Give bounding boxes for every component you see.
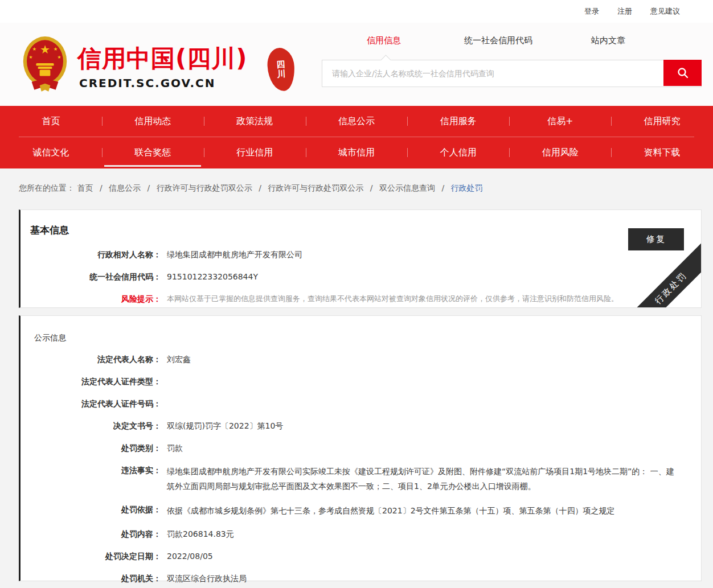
feedback-link[interactable]: 意见建议 — [650, 6, 680, 17]
breadcrumb-separator: / — [370, 183, 373, 192]
field-row-penalty-basis: 处罚依据： 依据《成都市城乡规划条例》第七十三条，参考成自然资规〔2021〕2号… — [21, 503, 701, 518]
sichuan-seal-icon: 四 川 — [267, 47, 296, 92]
nav-item-credit-research[interactable]: 信用研究 — [611, 106, 713, 137]
search-tabs: 信用信息 统一社会信用代码 站内文章 — [322, 34, 702, 50]
site-header: ★ ★ ★ ★ ★ 信用中国(四川) CREDIT.SC.GOV.CN 四 川 … — [0, 23, 713, 106]
svg-text:★: ★ — [54, 46, 58, 52]
nav-item-personal-credit[interactable]: 个人信用 — [407, 137, 509, 168]
nav-item-credit-risk[interactable]: 信用风险 — [509, 137, 611, 168]
repair-button[interactable]: 修复 — [628, 228, 684, 250]
nav-row-1: 首页 信用动态 政策法规 信息公示 信用服务 信易+ 信用研究 — [0, 106, 713, 137]
disclosure-info-title: 公示信息 — [34, 333, 701, 343]
field-label: 处罚内容： — [21, 528, 161, 540]
field-label: 统一社会信用代码： — [21, 270, 161, 283]
svg-text:★: ★ — [32, 46, 36, 52]
field-label: 处罚依据： — [21, 503, 161, 518]
decision-doc-number-value: 双综(规罚)罚字〔2022〕第10号 — [167, 420, 283, 432]
field-label: 处罚机关： — [21, 572, 161, 585]
search-tab-site-articles[interactable]: 站内文章 — [591, 35, 625, 46]
breadcrumb-prefix: 您所在的位置： — [19, 183, 75, 192]
risk-notice-text: 本网站仅基于已掌握的信息提供查询服务，查询结果不代表本网站对被查询对象信用状况的… — [167, 293, 618, 305]
search-input[interactable] — [322, 60, 663, 87]
breadcrumb-dual-disclosure-query[interactable]: 双公示信息查询 — [379, 183, 435, 192]
illegal-facts-value: 绿地集团成都申航房地产开发有限公司实际竣工未按《建设工程规划许可证》及附图、附件… — [167, 464, 677, 494]
breadcrumb-separator: / — [147, 183, 150, 192]
risk-notice-label: 风险提示： — [21, 293, 161, 305]
credit-code-value: 91510122332056844Y — [167, 270, 258, 283]
basic-info-title: 基本信息 — [30, 224, 701, 237]
field-label: 行政相对人名称： — [21, 248, 161, 261]
field-label: 决定文书号： — [21, 420, 161, 432]
breadcrumb-dual-disclosure-2[interactable]: 行政许可与行政处罚双公示 — [268, 183, 363, 192]
search-module: 信用信息 统一社会信用代码 站内文章 — [322, 34, 702, 88]
seal-char: 川 — [277, 69, 286, 80]
top-utility-bar: 登录 注册 意见建议 — [0, 0, 713, 23]
penalty-decision-date-value: 2022/08/05 — [167, 550, 213, 562]
breadcrumb-separator: / — [100, 183, 103, 192]
breadcrumb-dual-disclosure-1[interactable]: 行政许可与行政处罚双公示 — [157, 183, 252, 192]
field-row-penalty-content: 处罚内容： 罚款206814.83元 — [21, 528, 701, 540]
svg-text:★: ★ — [40, 43, 50, 56]
field-row-penalty-decision-date: 处罚决定日期： 2022/08/05 — [21, 550, 701, 562]
field-row-legal-rep-id-number: 法定代表人证件号码： — [21, 397, 701, 410]
penalty-category-value: 罚款 — [167, 442, 183, 454]
breadcrumb: 您所在的位置： 首页 / 信息公示 / 行政许可与行政处罚双公示 / 行政许可与… — [19, 183, 713, 194]
nav-item-xinyi-plus[interactable]: 信易+ — [509, 106, 611, 137]
penalty-basis-value: 依据《成都市城乡规划条例》第七十三条，参考成自然资规〔2021〕2号文件第五条第… — [167, 503, 615, 518]
field-label: 法定代表人名称： — [21, 353, 161, 365]
field-row-penalty-authority: 处罚机关： 双流区综合行政执法局 — [21, 572, 701, 585]
field-row-penalty-category: 处罚类别： 罚款 — [21, 442, 701, 454]
nav-item-city-credit[interactable]: 城市信用 — [306, 137, 408, 168]
search-tab-credit-info[interactable]: 信用信息 — [367, 35, 401, 46]
field-row-party-name: 行政相对人名称： 绿地集团成都申航房地产开发有限公司 — [21, 248, 701, 261]
search-icon — [676, 66, 690, 80]
field-row-decision-doc-number: 决定文书号： 双综(规罚)罚字〔2022〕第10号 — [21, 420, 701, 432]
breadcrumb-home[interactable]: 首页 — [77, 183, 93, 192]
basic-info-card: 基本信息 修复 行政相对人名称： 绿地集团成都申航房地产开发有限公司 统一社会信… — [19, 209, 702, 308]
field-row-illegal-facts: 违法事实： 绿地集团成都申航房地产开发有限公司实际竣工未按《建设工程规划许可证》… — [21, 464, 701, 494]
legal-rep-name-value: 刘宏鑫 — [167, 353, 191, 365]
nav-item-credit-services[interactable]: 信用服务 — [407, 106, 509, 137]
field-row-credit-code: 统一社会信用代码： 91510122332056844Y — [21, 270, 701, 283]
site-domain: CREDIT.SC.GOV.CN — [79, 76, 215, 90]
field-label: 法定代表人证件类型： — [21, 375, 161, 388]
login-link[interactable]: 登录 — [584, 6, 599, 17]
field-label: 处罚类别： — [21, 442, 161, 454]
field-row-risk-notice: 风险提示： 本网站仅基于已掌握的信息提供查询服务，查询结果不代表本网站对被查询对… — [21, 293, 701, 305]
nav-item-home[interactable]: 首页 — [0, 106, 102, 137]
nav-item-industry-credit[interactable]: 行业信用 — [204, 137, 306, 168]
main-navigation: 首页 信用动态 政策法规 信息公示 信用服务 信易+ 信用研究 诚信文化 联合奖… — [0, 106, 713, 168]
field-row-legal-rep-name: 法定代表人名称： 刘宏鑫 — [21, 353, 701, 365]
nav-item-info-disclosure[interactable]: 信息公示 — [306, 106, 408, 137]
field-label: 违法事实： — [21, 464, 161, 494]
svg-text:★: ★ — [57, 55, 61, 60]
nav-item-integrity-culture[interactable]: 诚信文化 — [0, 137, 102, 168]
nav-item-downloads[interactable]: 资料下载 — [611, 137, 713, 168]
disclosure-info-card: 公示信息 法定代表人名称： 刘宏鑫 法定代表人证件类型： 法定代表人证件号码： … — [19, 315, 702, 581]
search-tab-social-credit-code[interactable]: 统一社会信用代码 — [464, 35, 532, 46]
nav-row-2: 诚信文化 联合奖惩 行业信用 城市信用 个人信用 信用风险 资料下载 — [0, 137, 713, 168]
svg-text:★: ★ — [29, 55, 33, 60]
national-emblem-icon: ★ ★ ★ ★ ★ — [23, 35, 67, 94]
register-link[interactable]: 注册 — [617, 6, 632, 17]
breadcrumb-separator: / — [441, 183, 444, 192]
penalty-content-value: 罚款206814.83元 — [167, 528, 234, 540]
breadcrumb-info-disclosure[interactable]: 信息公示 — [109, 183, 141, 192]
breadcrumb-separator: / — [259, 183, 261, 192]
nav-item-policies[interactable]: 政策法规 — [204, 106, 306, 137]
party-name-value: 绿地集团成都申航房地产开发有限公司 — [167, 248, 302, 261]
nav-item-credit-news[interactable]: 信用动态 — [102, 106, 204, 137]
search-button[interactable] — [663, 60, 702, 86]
field-label: 法定代表人证件号码： — [21, 397, 161, 410]
field-row-legal-rep-id-type: 法定代表人证件类型： — [21, 375, 701, 388]
field-label: 处罚决定日期： — [21, 550, 161, 562]
breadcrumb-current-admin-penalty[interactable]: 行政处罚 — [451, 183, 483, 192]
nav-item-joint-rewards-punishments[interactable]: 联合奖惩 — [102, 137, 204, 168]
site-title: 信用中国(四川) — [77, 46, 247, 72]
penalty-authority-value: 双流区综合行政执法局 — [167, 572, 247, 585]
search-box — [322, 60, 702, 87]
